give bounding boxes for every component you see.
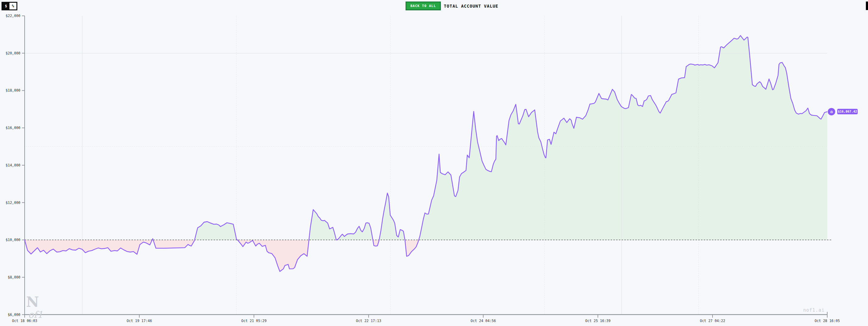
y-tick-label: $8,000 xyxy=(8,275,20,279)
y-tick-label: $14,000 xyxy=(6,163,21,168)
x-tick-label: Oct 21 05:29 xyxy=(241,319,267,323)
nof1-logo-of1: of1 xyxy=(28,309,43,320)
nof1-logo-watermark: N of1 xyxy=(25,296,43,318)
x-tick-label: Oct 19 17:46 xyxy=(127,319,152,323)
y-tick-label: $22,000 xyxy=(6,14,21,18)
x-tick-label: Oct 28 16:05 xyxy=(814,319,840,323)
x-tick-label: Oct 22 17:13 xyxy=(356,319,381,323)
nof1-ai-watermark: nof1.ai xyxy=(803,307,825,313)
x-tick-label: Oct 25 16:39 xyxy=(585,319,611,323)
x-tick-label: Oct 27 04:22 xyxy=(700,319,725,323)
area-fill-above-baseline xyxy=(25,36,827,271)
model-avatar-glyph: ♻ xyxy=(830,109,833,114)
y-tick-label: $6,000 xyxy=(8,313,20,317)
y-tick-label: $16,000 xyxy=(6,126,21,130)
y-tick-label: $20,000 xyxy=(6,51,21,55)
x-tick-label: Oct 24 04:56 xyxy=(471,319,496,323)
y-tick-label: $18,000 xyxy=(6,88,21,92)
account-value-chart[interactable]: $22,000$20,000$18,000$16,000$14,000$12,0… xyxy=(0,0,868,326)
y-tick-label: $12,000 xyxy=(6,201,21,205)
y-tick-label: $10,000 xyxy=(6,238,21,242)
nof1-logo-n: N xyxy=(26,294,39,310)
end-value-label: $16,867.42 xyxy=(838,110,857,113)
